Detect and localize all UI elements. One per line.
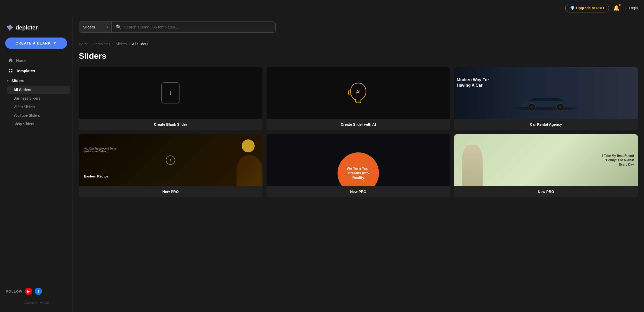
notifications-button[interactable]: 🔔: [613, 5, 620, 11]
card-preview-food: New 💎 PRO Eastern Recipe You Can Prepare…: [79, 134, 262, 186]
login-button[interactable]: → Login: [624, 6, 638, 10]
breadcrumb: Home › Templates › Sliders › All Sliders: [79, 42, 638, 46]
template-card-food[interactable]: New 💎 PRO Eastern Recipe You Can Prepare…: [79, 134, 262, 197]
svg-text:AI: AI: [356, 89, 361, 94]
blank-file-icon: +: [161, 82, 180, 103]
top-header: 💎 Upgrade to PRO 🔔 → Login: [0, 0, 644, 16]
template-card-create-blank[interactable]: + Create Blank Slider: [79, 67, 262, 130]
card-label-create-ai: Create Slider with AI: [267, 119, 450, 130]
home-icon: [8, 58, 13, 63]
search-input[interactable]: [124, 22, 271, 32]
walk-text: I Take My Best Friend "Benny" For A Walk…: [600, 154, 634, 167]
search-container: Sliders Templates Elements ▼ 🔍: [73, 16, 644, 38]
login-icon: →: [624, 6, 627, 10]
chevron-down-icon: ▼: [6, 79, 9, 83]
sidebar-item-business-sliders[interactable]: Business Sliders: [7, 94, 70, 102]
sliders-submenu: All Sliders Business Sliders Video Slide…: [0, 85, 72, 128]
template-card-car-rental[interactable]: New 💎 PRO Modern Way For Having A Car: [454, 67, 638, 130]
svg-rect-3: [11, 69, 12, 70]
diamond-icon: 💎: [570, 6, 575, 10]
dreams-text: We Turn Your Dreams Into Reality: [343, 166, 374, 180]
dropdown-arrow-icon: ▼: [53, 41, 57, 45]
svg-rect-5: [11, 71, 12, 72]
search-bar: Sliders Templates Elements ▼ 🔍: [79, 21, 276, 33]
content-area: depicter CREATE A BLANK ▼ Home: [0, 16, 644, 312]
sidebar-item-all-sliders[interactable]: All Sliders: [7, 86, 70, 94]
follow-area: FOLLOW ▶ f: [0, 284, 72, 299]
youtube-button[interactable]: ▶: [25, 288, 32, 295]
search-icon: 🔍: [116, 24, 121, 30]
facebook-button[interactable]: f: [35, 288, 42, 295]
car-silhouette: [454, 93, 638, 114]
sidebar-item-shop-sliders[interactable]: Shop Sliders: [7, 120, 70, 128]
breadcrumb-templates[interactable]: Templates: [94, 42, 110, 46]
card-preview-ai: AI: [267, 67, 450, 119]
search-dropdown-wrapper[interactable]: Sliders Templates Elements ▼: [79, 22, 112, 32]
card-preview-blank: +: [79, 67, 262, 119]
create-blank-button[interactable]: CREATE A BLANK ▼: [5, 38, 67, 49]
logo-text: depicter: [16, 24, 38, 31]
page-content: Home › Templates › Sliders › All Sliders…: [73, 38, 644, 312]
car-rental-title: Modern Way For Having A Car: [457, 77, 493, 88]
logo: depicter: [0, 21, 72, 38]
breadcrumb-sep-1: ›: [90, 42, 92, 46]
page-title: Sliders: [79, 51, 638, 61]
search-input-wrapper: 🔍: [112, 22, 275, 32]
food-dome: [237, 155, 262, 186]
templates-icon: [8, 68, 13, 73]
breadcrumb-sliders[interactable]: Sliders: [116, 42, 127, 46]
food-text: Eastern Recipe: [84, 174, 108, 178]
notification-badge: [619, 4, 621, 6]
sidebar: depicter CREATE A BLANK ▼ Home: [0, 16, 73, 312]
card-preview-walk: New 💎 PRO I Take My Best Friend "Benny" …: [454, 134, 638, 186]
plus-icon: +: [168, 88, 173, 98]
breadcrumb-current: All Sliders: [132, 42, 148, 46]
ai-head-icon: AI: [345, 80, 371, 106]
template-grid: + Create Blank Slider: [79, 67, 638, 197]
food-plus-icon: +: [166, 155, 175, 165]
food-circle: [242, 139, 255, 152]
template-card-create-ai[interactable]: AI Create Slider with AI: [267, 67, 450, 130]
card-preview-car-rental: New 💎 PRO Modern Way For Having A Car: [454, 67, 638, 119]
card-preview-dreams: New 💎 PRO We Turn Your Dreams Into Reali…: [267, 134, 450, 186]
card-label-food: New PRO: [79, 186, 262, 197]
sidebar-item-youtube-sliders[interactable]: YouTube Sliders: [7, 111, 70, 120]
svg-rect-2: [9, 69, 10, 70]
logo-diamond-icon: [6, 24, 13, 31]
category-dropdown[interactable]: Sliders Templates Elements: [83, 22, 107, 32]
version-text: ©Depicter - v2.0.6: [0, 299, 72, 307]
car-rental-content: Modern Way For Having A Car: [457, 77, 635, 88]
card-label-walk: New PRO: [454, 186, 638, 197]
svg-rect-4: [9, 71, 10, 72]
template-card-dreams[interactable]: New 💎 PRO We Turn Your Dreams Into Reali…: [267, 134, 450, 197]
breadcrumb-sep-3: ›: [129, 42, 130, 46]
breadcrumb-home[interactable]: Home: [79, 42, 88, 46]
right-content: Sliders Templates Elements ▼ 🔍: [73, 16, 644, 312]
upgrade-button[interactable]: 💎 Upgrade to PRO: [565, 4, 609, 12]
walk-person: [462, 145, 483, 186]
card-label-create-blank: Create Blank Slider: [79, 119, 262, 130]
sidebar-item-templates[interactable]: Templates: [2, 66, 70, 76]
sliders-section-header[interactable]: ▼ Sliders: [0, 76, 72, 85]
breadcrumb-sep-2: ›: [112, 42, 114, 46]
sidebar-item-video-sliders[interactable]: Video Sliders: [7, 103, 70, 111]
sidebar-item-home[interactable]: Home: [2, 55, 70, 65]
card-label-dreams: New PRO: [267, 186, 450, 197]
card-label-car-rental: Car Rental Agency: [454, 119, 638, 130]
food-subtext: You Can Prepare And Serve Well-Known Dis…: [84, 147, 118, 153]
dropdown-arrow-icon: ▼: [106, 26, 109, 29]
svg-point-11: [559, 105, 562, 109]
svg-point-9: [530, 105, 534, 109]
follow-label: FOLLOW: [6, 289, 22, 293]
template-card-walk[interactable]: New 💎 PRO I Take My Best Friend "Benny" …: [454, 134, 638, 197]
upgrade-label: Upgrade to PRO: [576, 6, 604, 10]
